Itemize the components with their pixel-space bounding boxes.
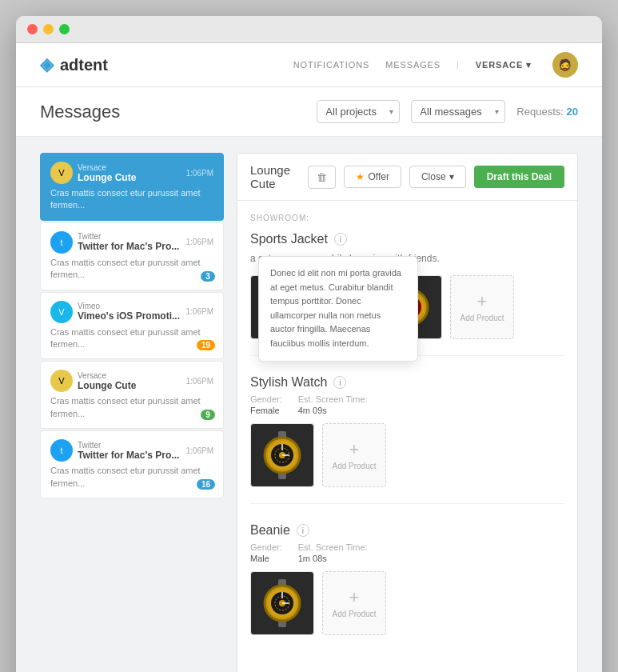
panel-title: Lounge Cute — [250, 163, 300, 190]
product-section-beanie: Beanie i Gender: Male Est. Screen Time: … — [250, 523, 564, 651]
message-preview: Cras mattis consect etur purussit amet f… — [50, 465, 213, 490]
message-preview: Cras mattis consect etur purussit amet f… — [50, 257, 213, 282]
plus-icon: + — [349, 441, 360, 458]
chevron-down-icon: ▾ — [449, 171, 454, 182]
messages-filter[interactable]: All messages ▾ — [411, 100, 505, 123]
top-nav: NOTIFICATIONS MESSAGES | VERSACE ▾ 🧔 — [293, 52, 578, 78]
screen-time-value: 4m 09s — [298, 406, 368, 415]
minimize-dot[interactable] — [43, 24, 54, 34]
screen-time-meta: Est. Screen Time: 4m 09s — [298, 394, 368, 415]
product-name: Sports Jacket — [250, 232, 328, 246]
message-sender: Twitter — [78, 232, 181, 241]
message-time: 1:06PM — [186, 169, 213, 178]
info-icon[interactable]: i — [334, 233, 347, 246]
draft-deal-button[interactable]: Draft this Deal — [474, 166, 564, 188]
add-product-button[interactable]: + Add Product — [322, 571, 386, 635]
add-product-button[interactable]: + Add Product — [322, 423, 386, 487]
avatar[interactable]: 🧔 — [552, 52, 578, 78]
logo-text: adtent — [60, 56, 108, 74]
projects-filter[interactable]: All projects ▾ — [317, 100, 400, 123]
requests-count: 20 — [567, 106, 578, 118]
message-time: 1:06PM — [186, 238, 213, 246]
requests-badge: Requests: 20 — [516, 106, 578, 118]
plus-icon: + — [349, 589, 360, 606]
fullscreen-dot[interactable] — [59, 24, 70, 34]
messages-select[interactable]: All messages — [411, 100, 505, 123]
tooltip: Donec id elit non mi porta gravida at eg… — [258, 256, 418, 362]
product-section-sports-jacket: Sports Jacket i Donec id elit non mi por… — [250, 232, 564, 356]
logo: ◈ adtent — [40, 54, 293, 75]
message-badge: 3 — [201, 271, 215, 282]
message-sender: Vimeo — [78, 302, 181, 310]
main-panel: Lounge Cute 🗑 ★ Offer Close ▾ Draft this… — [237, 153, 578, 672]
product-name: Stylish Watch — [250, 375, 327, 390]
screen-time-value: 1m 08s — [298, 554, 368, 563]
topbar: ◈ adtent NOTIFICATIONS MESSAGES | VERSAC… — [16, 43, 602, 87]
projects-select[interactable]: All projects — [317, 100, 400, 123]
message-title: Lounge Cute — [78, 380, 181, 391]
product-images: + Add Product — [250, 423, 564, 487]
sidebar: V Versace Lounge Cute 1:06PM Cras mattis… — [40, 153, 224, 672]
product-name: Beanie — [250, 523, 290, 538]
message-badge: 16 — [197, 479, 215, 490]
product-images: + Add Product — [250, 571, 564, 635]
plus-icon: + — [477, 293, 488, 310]
message-title: Lounge Cute — [78, 172, 181, 183]
nav-notifications[interactable]: NOTIFICATIONS — [293, 60, 370, 70]
info-icon[interactable]: i — [333, 376, 346, 389]
screen-time-meta: Est. Screen Time: 1m 08s — [298, 542, 368, 563]
close-button[interactable]: Close ▾ — [409, 166, 466, 188]
message-badge: 9 — [201, 410, 215, 420]
titlebar — [16, 16, 602, 43]
showroom-label: SHOWROOM: — [250, 214, 564, 222]
list-item[interactable]: t Twitter Twitter for Mac's Pro... 1:06P… — [40, 222, 224, 290]
main-content: V Versace Lounge Cute 1:06PM Cras mattis… — [16, 137, 602, 672]
message-sender: Versace — [78, 163, 181, 172]
nav-messages[interactable]: MESSAGES — [385, 60, 441, 70]
gender-meta: Gender: Male — [250, 542, 282, 563]
avatar: V — [50, 162, 73, 184]
message-time: 1:06PM — [186, 446, 213, 455]
avatar: V — [50, 370, 73, 392]
message-title: Twitter for Mac's Pro... — [78, 241, 181, 252]
list-item[interactable]: t Twitter Twitter for Mac's Pro... 1:06P… — [40, 430, 224, 498]
info-icon[interactable]: i — [297, 524, 309, 537]
star-icon: ★ — [356, 171, 365, 182]
list-item[interactable]: V Versace Lounge Cute 1:06PM Cras mattis… — [40, 153, 224, 221]
message-badge: 19 — [197, 340, 215, 350]
close-dot[interactable] — [27, 24, 38, 34]
message-sender: Versace — [78, 371, 181, 380]
message-preview: Cras mattis consect etur purussit amet f… — [50, 326, 213, 351]
panel-header: Lounge Cute 🗑 ★ Offer Close ▾ Draft this… — [237, 154, 577, 201]
avatar: t — [50, 439, 73, 462]
chevron-down-icon: ▾ — [526, 60, 532, 70]
product-image — [250, 571, 314, 635]
nav-divider: | — [457, 60, 460, 70]
nav-versace[interactable]: VERSACE ▾ — [476, 60, 532, 70]
gender-meta: Gender: Female — [250, 394, 282, 415]
avatar: t — [50, 231, 73, 254]
product-image — [250, 423, 314, 487]
logo-icon: ◈ — [40, 54, 54, 75]
add-product-button[interactable]: + Add Product — [450, 275, 514, 339]
message-preview: Cras mattis consect etur purussit amet f… — [50, 395, 213, 420]
page-title: Messages — [40, 102, 305, 122]
product-section-stylish-watch: Stylish Watch i Gender: Female Est. Scre… — [250, 375, 564, 504]
message-title: Twitter for Mac's Pro... — [78, 450, 181, 461]
message-time: 1:06PM — [186, 377, 213, 386]
message-sender: Twitter — [78, 441, 181, 450]
list-item[interactable]: V Versace Lounge Cute 1:06PM Cras mattis… — [40, 361, 224, 429]
panel-body: SHOWROOM: Sports Jacket i Donec id elit … — [237, 201, 577, 672]
avatar: V — [50, 301, 73, 323]
message-preview: Cras mattis consect etur purussit amet f… — [50, 187, 213, 212]
list-item[interactable]: V Vimeo Vimeo's iOS Promoti... 1:06PM Cr… — [40, 292, 224, 360]
gender-value: Male — [250, 554, 282, 563]
message-title: Vimeo's iOS Promoti... — [78, 310, 181, 322]
offer-button[interactable]: ★ Offer — [344, 166, 401, 188]
trash-button[interactable]: 🗑 — [308, 166, 336, 189]
page-header: Messages All projects ▾ All messages ▾ R… — [16, 87, 602, 137]
gender-value: Female — [250, 406, 282, 415]
message-time: 1:06PM — [186, 307, 213, 316]
app-window: ◈ adtent NOTIFICATIONS MESSAGES | VERSAC… — [16, 16, 602, 672]
